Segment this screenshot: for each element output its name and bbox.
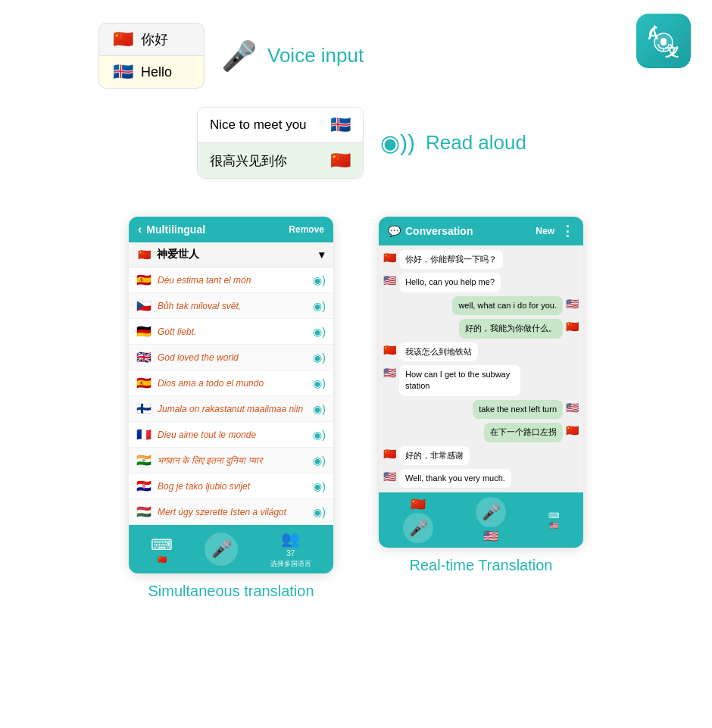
bubble-chinese: 🇨🇳 你好 bbox=[98, 23, 205, 56]
item-sound-icon[interactable]: ◉) bbox=[313, 352, 326, 364]
bubble-icelandic: 🇮🇸 Hello bbox=[98, 56, 205, 89]
item-flag: 🇭🇺 bbox=[136, 505, 151, 519]
read-aloud-label: Read aloud bbox=[426, 131, 526, 155]
message-row: 🇨🇳 好的，我能为你做什么。 bbox=[383, 319, 579, 338]
item-flag: 🇮🇳 bbox=[136, 453, 151, 467]
conversation-container: 💬 Conversation New ⋮ 🇨🇳 你好，你能帮我一下吗？ 🇺🇸 H… bbox=[379, 217, 583, 600]
keyboard-icon-convo: ⌨ bbox=[548, 511, 559, 520]
item-sound-icon[interactable]: ◉) bbox=[313, 480, 326, 492]
mic-icon-right: 🎤 bbox=[482, 503, 501, 521]
icelandic-text: Hello bbox=[141, 64, 172, 80]
card-english-text: Nice to meet you bbox=[210, 117, 307, 133]
conversation-messages: 🇨🇳 你好，你能帮我一下吗？ 🇺🇸 Hello, can you help me… bbox=[379, 245, 583, 492]
back-arrow-icon[interactable]: ‹ bbox=[138, 223, 142, 236]
item-sound-icon[interactable]: ◉) bbox=[313, 429, 326, 441]
chevron-down-icon: ▾ bbox=[319, 248, 324, 261]
msg-flag: 🇨🇳 bbox=[383, 252, 396, 264]
voice-input-group: 🇨🇳 你好 🇮🇸 Hello 🎤 Voice input bbox=[98, 23, 364, 89]
app-icon[interactable]: A 文 bbox=[636, 14, 691, 68]
remove-button[interactable]: Remove bbox=[289, 224, 324, 235]
item-text: भगवान के लिए इतना दुनिया प्यार bbox=[158, 455, 307, 466]
us-flag-convo: 🇺🇸 bbox=[483, 529, 498, 543]
item-sound-icon[interactable]: ◉) bbox=[313, 403, 326, 415]
item-sound-icon[interactable]: ◉) bbox=[313, 455, 326, 467]
chinese-flag-convo: 🇨🇳 bbox=[411, 497, 426, 511]
message-bubble: 你好，你能帮我一下吗？ bbox=[399, 250, 503, 269]
right-mic-button[interactable]: 🎤 bbox=[476, 497, 506, 527]
item-flag: 🇫🇷 bbox=[136, 427, 151, 442]
mic-icon: 🎤 bbox=[221, 39, 257, 73]
item-sound-icon[interactable]: ◉) bbox=[313, 274, 326, 286]
translation-list: 🇪🇸 Déu estima tant el món ◉) 🇨🇿 Bůh tak … bbox=[129, 267, 333, 525]
msg-flag: 🇺🇸 bbox=[383, 470, 396, 483]
message-bubble: 在下一个路口左拐 bbox=[484, 423, 563, 442]
item-text: Jumala on rakastanut maailmaa niin bbox=[158, 404, 307, 414]
left-mic-group: 🇨🇳 🎤 bbox=[403, 497, 433, 543]
msg-flag: 🇨🇳 bbox=[383, 344, 396, 356]
svg-rect-3 bbox=[660, 38, 667, 45]
us-flag-bottom-convo: 🇺🇸 bbox=[549, 521, 558, 530]
item-sound-icon[interactable]: ◉) bbox=[313, 326, 326, 338]
dropdown-content: 🇨🇳 神爱世人 bbox=[138, 248, 199, 261]
list-item: 🇫🇮 Jumala on rakastanut maailmaa niin ◉) bbox=[129, 396, 333, 422]
list-item: 🇨🇿 Bůh tak miloval svět, ◉) bbox=[129, 293, 333, 319]
conversation-icon: 💬 bbox=[388, 225, 401, 237]
item-text: Déu estima tant el món bbox=[158, 275, 307, 286]
keyboard-button-convo[interactable]: ⌨ 🇺🇸 bbox=[548, 511, 559, 530]
language-count: 37 bbox=[286, 549, 295, 558]
left-mic-button[interactable]: 🎤 bbox=[403, 513, 433, 543]
msg-flag: 🇨🇳 bbox=[383, 448, 396, 460]
count-container: 37 bbox=[286, 549, 295, 558]
add-language-button[interactable]: 👥 37 选择多国语言 bbox=[270, 530, 311, 569]
msg-flag: 🇨🇳 bbox=[566, 320, 579, 333]
dropdown-text: 神爱世人 bbox=[157, 248, 199, 261]
card-chinese-flag: 🇨🇳 bbox=[330, 151, 351, 170]
message-row: 🇨🇳 你好，你能帮我一下吗？ bbox=[383, 250, 579, 269]
read-aloud-group: Nice to meet you 🇮🇸 很高兴见到你 🇨🇳 ◉)) Read a… bbox=[197, 107, 526, 179]
item-sound-icon[interactable]: ◉) bbox=[313, 300, 326, 312]
multilingual-container: ‹ Multilingual Remove 🇨🇳 神爱世人 ▾ 🇪🇸 Déu e… bbox=[129, 217, 333, 600]
bottom-section: ‹ Multilingual Remove 🇨🇳 神爱世人 ▾ 🇪🇸 Déu e… bbox=[0, 217, 712, 600]
message-row: 🇺🇸 take the next left turn bbox=[383, 400, 579, 419]
keyboard-button-left[interactable]: ⌨ 🇨🇳 bbox=[151, 536, 173, 564]
item-flag: 🇬🇧 bbox=[136, 350, 151, 364]
chinese-text: 你好 bbox=[141, 30, 168, 48]
dropdown-flag: 🇨🇳 bbox=[138, 248, 151, 261]
message-row: 🇺🇸 well, what can i do for you. bbox=[383, 296, 579, 315]
item-text: Bog je tako ljubio svijet bbox=[158, 481, 307, 492]
item-text: Dios ama a todo el mundo bbox=[158, 378, 307, 389]
item-flag: 🇭🇷 bbox=[136, 479, 151, 493]
mic-icon-left: 🎤 bbox=[409, 519, 428, 537]
language-dropdown[interactable]: 🇨🇳 神爱世人 ▾ bbox=[129, 242, 333, 267]
item-flag: 🇫🇮 bbox=[136, 401, 151, 416]
speech-bubbles: 🇨🇳 你好 🇮🇸 Hello bbox=[98, 23, 205, 89]
header-left: ‹ Multilingual bbox=[138, 223, 205, 236]
item-text: Mert úgy szerette Isten a világot bbox=[158, 507, 307, 517]
multilingual-phone: ‹ Multilingual Remove 🇨🇳 神爱世人 ▾ 🇪🇸 Déu e… bbox=[129, 217, 333, 573]
voice-input-label: Voice input bbox=[267, 44, 364, 67]
message-row: 🇨🇳 我该怎么到地铁站 bbox=[383, 342, 579, 361]
list-item: 🇫🇷 Dieu aime tout le monde ◉) bbox=[129, 422, 333, 448]
list-item: 🇭🇷 Bog je tako ljubio svijet ◉) bbox=[129, 473, 333, 499]
conversation-bottom-bar: 🇨🇳 🎤 🎤 🇺🇸 ⌨ 🇺🇸 bbox=[379, 492, 583, 548]
message-bubble: Hello, can you help me? bbox=[399, 273, 501, 292]
mic-button[interactable]: 🎤 bbox=[205, 533, 238, 566]
message-row: 🇺🇸 Well, thank you very much. bbox=[383, 469, 579, 488]
multilingual-title: Multilingual bbox=[146, 223, 205, 236]
message-row: 🇺🇸 Hello, can you help me? bbox=[383, 273, 579, 292]
item-flag: 🇨🇿 bbox=[136, 298, 151, 313]
card-row-english: Nice to meet you 🇮🇸 bbox=[198, 108, 363, 143]
item-text: God loved the world bbox=[158, 352, 307, 363]
item-sound-icon[interactable]: ◉) bbox=[313, 506, 326, 518]
message-bubble: 好的，非常感谢 bbox=[399, 446, 470, 465]
list-item: 🇬🇧 God loved the world ◉) bbox=[129, 345, 333, 370]
item-sound-icon[interactable]: ◉) bbox=[313, 377, 326, 389]
item-flag: 🇩🇪 bbox=[136, 324, 151, 339]
msg-flag: 🇺🇸 bbox=[566, 401, 579, 414]
chinese-flag-bottom: 🇨🇳 bbox=[158, 555, 167, 564]
item-text: Gott liebt. bbox=[158, 327, 307, 337]
card-row-chinese: 很高兴见到你 🇨🇳 bbox=[198, 143, 363, 178]
new-button[interactable]: New bbox=[536, 226, 554, 236]
chinese-flag: 🇨🇳 bbox=[113, 30, 133, 49]
menu-icon[interactable]: ⋮ bbox=[561, 223, 574, 239]
